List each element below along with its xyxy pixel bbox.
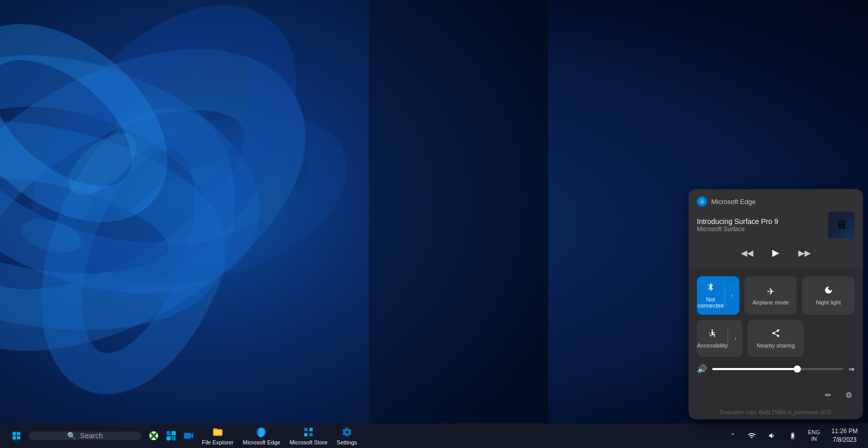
svg-point-14	[712, 329, 713, 331]
airplane-label: Airplane mode	[753, 299, 789, 306]
media-app-icon	[697, 196, 707, 207]
settings-label: Settings	[337, 439, 357, 445]
empty-toggle-slot	[809, 320, 855, 357]
media-subtitle: Microsoft Surface	[697, 226, 822, 233]
media-next-button[interactable]: ▶▶	[796, 245, 813, 261]
svg-rect-27	[304, 428, 307, 431]
file-explorer-label: File Explorer	[202, 439, 234, 445]
accessibility-icon	[708, 329, 717, 340]
clock-time: 11:26 PM	[832, 427, 858, 436]
svg-rect-31	[792, 434, 794, 437]
search-icon: 🔍	[67, 432, 76, 440]
media-thumbnail: 🖥	[828, 212, 855, 238]
region-code: IN	[811, 436, 817, 442]
volume-icon: 🔊	[697, 364, 707, 374]
battery-icon[interactable]	[784, 430, 801, 442]
svg-rect-21	[172, 431, 176, 435]
svg-rect-28	[309, 428, 313, 431]
accessibility-main: Accessibility	[697, 322, 728, 355]
svg-rect-24	[184, 433, 191, 439]
toggle-row-2: Accessibility › Nearby sharing	[697, 320, 855, 357]
svg-marker-25	[191, 433, 194, 439]
video-app[interactable]	[180, 427, 197, 444]
taskbar: 🔍 Search File Explorer Microsoft Edg	[0, 423, 868, 448]
clock[interactable]: 11:26 PM 7/8/2023	[828, 426, 862, 445]
svg-rect-23	[172, 436, 176, 440]
settings-app[interactable]: Settings	[333, 424, 361, 447]
panel-bottom-bar: ✏ ⚙	[689, 385, 863, 409]
accessibility-label: Accessibility	[697, 342, 728, 349]
app2[interactable]	[163, 427, 179, 444]
nearby-sharing-icon	[771, 329, 780, 340]
media-content: Introducing Surface Pro 9 Microsoft Surf…	[697, 212, 855, 238]
volume-expand-icon[interactable]: ⇒	[849, 365, 855, 373]
svg-rect-30	[309, 433, 313, 436]
airplane-mode-toggle[interactable]: ✈ Airplane mode	[745, 276, 797, 315]
settings-icon	[341, 426, 353, 438]
bluetooth-toggle[interactable]: Not connected ›	[697, 276, 739, 315]
accessibility-expand[interactable]: ›	[728, 320, 742, 357]
file-explorer-icon	[212, 426, 224, 438]
media-title: Introducing Surface Pro 9	[697, 217, 822, 226]
svg-point-13	[700, 198, 704, 203]
svg-rect-17	[13, 436, 16, 440]
volume-slider[interactable]	[712, 368, 843, 370]
volume-fill	[712, 368, 797, 370]
media-prev-button[interactable]: ◀◀	[739, 245, 755, 261]
svg-rect-15	[13, 432, 16, 436]
night-light-toggle[interactable]: Night light	[802, 276, 855, 315]
media-info: Introducing Surface Pro 9 Microsoft Surf…	[697, 217, 822, 233]
wallpaper-art	[0, 0, 548, 431]
accessibility-toggle[interactable]: Accessibility ›	[697, 320, 742, 357]
store-app[interactable]: Microsoft Store	[285, 424, 332, 447]
edge-app[interactable]: Microsoft Edge	[239, 424, 284, 447]
media-controls: ◀◀ ▶ ▶▶	[697, 245, 855, 261]
volume-row: 🔊 ⇒	[697, 362, 855, 378]
panel-settings-button[interactable]: ⚙	[840, 387, 857, 403]
store-label: Microsoft Store	[290, 439, 327, 445]
volume-tray-icon[interactable]	[764, 430, 780, 442]
edge-icon	[255, 426, 267, 438]
clock-date: 7/8/2023	[833, 436, 857, 444]
media-play-button[interactable]: ▶	[768, 245, 784, 261]
nearby-sharing-toggle[interactable]: Nearby sharing	[748, 320, 803, 357]
svg-rect-10	[369, 0, 548, 431]
start-button[interactable]	[6, 425, 27, 446]
night-light-icon	[824, 286, 833, 297]
taskbar-apps: File Explorer Microsoft Edge Microsoft S…	[146, 424, 361, 447]
airplane-icon: ✈	[767, 286, 775, 297]
evaluation-watermark: Evaluation copy. Build 25493.ni_prerelea…	[689, 409, 863, 419]
svg-rect-20	[167, 431, 171, 435]
svg-rect-22	[167, 436, 171, 440]
language-indicator[interactable]: ENG IN	[805, 428, 823, 443]
search-label: Search	[80, 432, 102, 440]
panel-edit-button[interactable]: ✏	[820, 387, 836, 403]
volume-thumb[interactable]	[794, 365, 801, 373]
svg-rect-18	[17, 436, 20, 440]
svg-rect-29	[304, 433, 307, 436]
bluetooth-expand[interactable]: ›	[725, 276, 739, 315]
toggle-row-1: Not connected › ✈ Airplane mode Night li…	[697, 276, 855, 315]
taskbar-right: ⌃ ENG IN 11:26 PM 7/8/2023	[726, 426, 862, 445]
svg-rect-16	[17, 432, 20, 436]
quick-toggles-section: Not connected › ✈ Airplane mode Night li…	[689, 269, 863, 385]
xbox-app[interactable]	[146, 427, 162, 444]
nearby-sharing-label: Nearby sharing	[757, 342, 795, 349]
search-button[interactable]: 🔍 Search	[29, 432, 141, 440]
store-icon	[302, 426, 315, 438]
quick-settings-panel: Microsoft Edge Introducing Surface Pro 9…	[689, 189, 863, 419]
show-hidden-icons-button[interactable]: ⌃	[726, 430, 739, 441]
bluetooth-icon	[706, 282, 715, 294]
night-light-label: Night light	[816, 299, 841, 306]
bluetooth-label: Not connected	[697, 296, 725, 309]
media-app-row: Microsoft Edge	[697, 196, 855, 207]
language-code: ENG	[808, 429, 820, 436]
network-icon[interactable]	[743, 430, 760, 442]
media-notification-card: Microsoft Edge Introducing Surface Pro 9…	[689, 189, 863, 268]
bluetooth-main: Not connected	[697, 276, 725, 315]
media-app-name: Microsoft Edge	[711, 198, 756, 206]
file-explorer-app[interactable]: File Explorer	[198, 424, 238, 447]
edge-label: Microsoft Edge	[243, 439, 280, 445]
